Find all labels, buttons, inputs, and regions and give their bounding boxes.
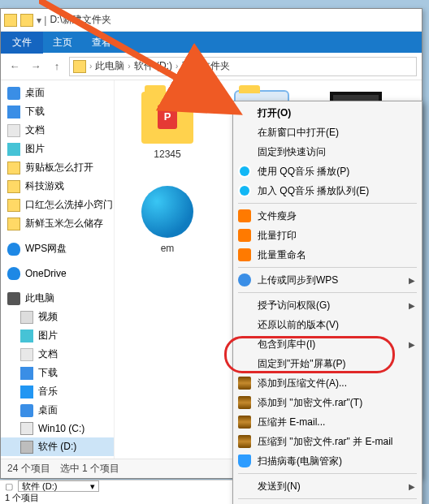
context-menu-item[interactable]: 上传或同步到WPS▶: [233, 270, 422, 290]
drive-icon: [20, 441, 33, 454]
drive-dropdown[interactable]: 软件 (D:)▾: [18, 480, 99, 492]
toolbar: ← → ↑ › 此电脑 › 软件 (D:) › 新建文件夹: [1, 53, 422, 80]
context-menu-item[interactable]: 压缩到 "加密文件.rar" 并 E-mail: [233, 432, 422, 451]
folder-icon: [20, 14, 33, 27]
folder-icon: [4, 14, 17, 27]
file-icon: [141, 92, 193, 144]
sidebar-item[interactable]: 新鲜玉米怎么储存: [1, 214, 114, 233]
cloud-icon: [7, 243, 20, 256]
sidebar-item[interactable]: 口红怎么洗掉小窍门: [1, 196, 114, 214]
sidebar-item[interactable]: 桌面: [1, 84, 114, 102]
sidebar-item[interactable]: OneDrive: [1, 265, 114, 282]
wps-icon: [238, 248, 251, 261]
context-menu-item[interactable]: 添加到压缩文件(A)...: [233, 373, 422, 393]
titlebar-sep: ▾ |: [37, 15, 46, 26]
desk-icon: [7, 87, 20, 100]
status-selected: 选中 1 个项目: [60, 462, 119, 476]
context-menu-item[interactable]: 压缩并 E-mail...: [233, 412, 422, 432]
sidebar-item[interactable]: WPS网盘: [1, 239, 114, 258]
sidebar-item[interactable]: 视频: [1, 308, 114, 326]
sidebar-item[interactable]: 科技游戏: [1, 177, 114, 196]
file-item[interactable]: 12345: [123, 88, 212, 178]
context-menu-item[interactable]: 文件瘦身: [233, 206, 422, 226]
rar-icon: [238, 396, 251, 409]
context-menu-item[interactable]: 添加到 "加密文件.rar"(T): [233, 393, 422, 412]
menu-separator: [238, 292, 417, 293]
dl-icon: [20, 367, 33, 380]
folder-icon: [7, 199, 20, 212]
sidebar-item[interactable]: 剪贴板怎么打开: [1, 158, 114, 177]
win-icon: [20, 422, 33, 435]
sidebar-item[interactable]: 软件 (D:): [1, 437, 114, 456]
window-title: D:\新建文件夹: [50, 13, 110, 27]
music-icon: [20, 386, 33, 398]
context-menu-item[interactable]: 使用 QQ音乐 播放(P): [233, 162, 422, 181]
crumb-root[interactable]: 此电脑: [95, 59, 124, 73]
context-menu-item[interactable]: 打开(O): [233, 103, 422, 123]
cloud-icon: [7, 267, 20, 280]
sidebar-item[interactable]: 图片: [1, 326, 114, 345]
context-menu-item[interactable]: 在新窗口中打开(E): [233, 123, 422, 142]
context-menu-item[interactable]: 加入 QQ音乐 播放队列(E): [233, 181, 422, 200]
menu-separator: [238, 498, 417, 499]
pic-icon: [20, 330, 33, 342]
crumb-drive[interactable]: 软件 (D:): [134, 59, 172, 73]
chevron-right-icon: ▶: [409, 301, 415, 310]
qq-icon: [238, 165, 251, 178]
context-menu-item[interactable]: 固定到快速访问: [233, 142, 422, 162]
context-menu-item[interactable]: 批量打印: [233, 226, 422, 245]
sidebar-item[interactable]: 文档: [1, 121, 114, 140]
menu-file[interactable]: 文件: [1, 32, 43, 54]
file-label: 12345: [154, 149, 180, 160]
sidebar-item[interactable]: 音乐: [1, 382, 114, 401]
folder-icon: [7, 162, 20, 174]
menubar: 文件 主页 查看: [1, 32, 422, 53]
sidebar-item[interactable]: 桌面: [1, 401, 114, 420]
breadcrumb[interactable]: › 此电脑 › 软件 (D:) › 新建文件夹: [69, 57, 417, 76]
status-count: 24 个项目: [7, 462, 50, 476]
crumb-leaf[interactable]: 新建文件夹: [181, 59, 230, 73]
context-menu-item[interactable]: 发送到(N)▶: [233, 476, 422, 496]
nav-fwd[interactable]: →: [27, 58, 45, 75]
folder-icon: [73, 60, 86, 73]
rar-icon: [238, 377, 251, 390]
context-menu-item[interactable]: 扫描病毒(电脑管家): [233, 451, 422, 471]
rar-icon: [238, 416, 251, 429]
menu-separator: [238, 473, 417, 474]
wpsc-icon: [238, 274, 251, 286]
file-label: em: [161, 243, 175, 254]
nav-up[interactable]: ↑: [48, 58, 66, 75]
context-menu-item[interactable]: 批量重命名: [233, 245, 422, 265]
file-item[interactable]: em: [123, 183, 212, 272]
vid-icon: [20, 311, 33, 324]
titlebar: ▾ | D:\新建文件夹: [1, 9, 422, 32]
doc-icon: [20, 348, 33, 361]
qq-icon: [238, 184, 251, 197]
context-menu: 打开(O)在新窗口中打开(E)固定到快速访问使用 QQ音乐 播放(P)加入 QQ…: [232, 101, 422, 504]
sidebar: 桌面下载文档图片剪贴板怎么打开科技游戏口红怎么洗掉小窍门新鲜玉米怎么储存WPS网…: [1, 80, 115, 459]
context-menu-item[interactable]: 还原以前的版本(V): [233, 315, 422, 334]
context-menu-item[interactable]: 授予访问权限(G)▶: [233, 295, 422, 315]
chevron-right-icon: ▶: [409, 482, 415, 491]
chevron-right-icon: ▶: [409, 276, 415, 285]
sidebar-item[interactable]: 下载: [1, 364, 114, 382]
file-icon: [141, 186, 193, 238]
menu-view[interactable]: 查看: [82, 32, 121, 54]
sidebar-item[interactable]: Win10 (C:): [1, 420, 114, 437]
sidebar-item[interactable]: 此电脑: [1, 289, 114, 308]
wps-icon: [238, 229, 251, 242]
sidebar-item[interactable]: 图片: [1, 140, 114, 158]
pic-icon: [7, 143, 20, 156]
sidebar-item[interactable]: 文档: [1, 345, 114, 364]
context-menu-item[interactable]: 包含到库中(I)▶: [233, 334, 422, 354]
nav-back[interactable]: ←: [6, 58, 24, 75]
context-menu-item[interactable]: 固定到"开始"屏幕(P): [233, 354, 422, 373]
chevron-right-icon: ▶: [409, 340, 415, 349]
folder-icon: [7, 218, 20, 230]
dl-icon: [7, 106, 20, 118]
pc-icon: [7, 292, 20, 305]
wps-icon: [238, 209, 251, 222]
sidebar-item[interactable]: 下载: [1, 102, 114, 121]
menu-separator: [238, 267, 417, 268]
menu-home[interactable]: 主页: [43, 32, 82, 54]
